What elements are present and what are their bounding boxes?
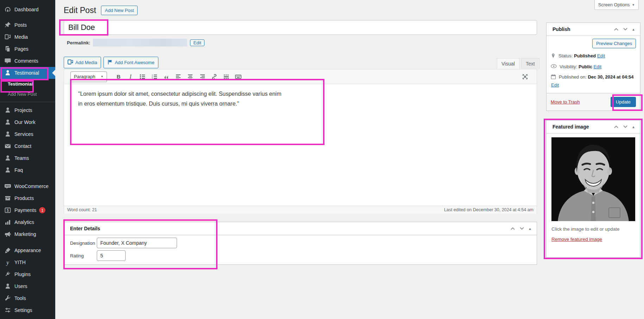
yith-icon: y xyxy=(4,259,11,266)
visibility-edit-link[interactable]: Edit xyxy=(594,64,601,69)
svg-text:WOO: WOO xyxy=(6,185,10,187)
update-button[interactable]: Update xyxy=(611,97,636,107)
sidebar-item-services[interactable]: Services xyxy=(0,128,55,140)
collapse-toggle-icon[interactable]: ▲ xyxy=(528,227,532,231)
sidebar-item-plugins[interactable]: Plugins xyxy=(0,268,55,280)
publish-title: Publish xyxy=(547,23,570,36)
sidebar-item-add-new-post[interactable]: Add New Post xyxy=(0,89,55,99)
published-edit-link[interactable]: Edit xyxy=(551,82,559,88)
post-title-input[interactable] xyxy=(64,20,537,35)
wrench-icon xyxy=(4,295,11,302)
sidebar-item-faq[interactable]: Faq xyxy=(0,164,55,176)
sidebar-item-users[interactable]: Users xyxy=(0,280,55,292)
sidebar-item-products[interactable]: Products xyxy=(0,192,55,204)
media-icon xyxy=(68,59,73,66)
sidebar-item-label: Testimonial xyxy=(8,81,33,87)
svg-text:y: y xyxy=(6,259,9,266)
tab-visual[interactable]: Visual xyxy=(497,58,519,69)
align-right-button[interactable] xyxy=(197,72,208,82)
sidebar-item-payments[interactable]: $Payments1 xyxy=(0,204,55,216)
plug-icon xyxy=(4,271,11,278)
word-count: Word count: 21 xyxy=(67,207,97,212)
collapse-toggle-icon[interactable]: ▲ xyxy=(632,27,635,31)
visibility-label: Visibility: xyxy=(560,64,577,69)
add-media-button[interactable]: Add Media xyxy=(64,57,101,68)
status-value: Published xyxy=(574,53,596,58)
remove-featured-image-link[interactable]: Remove featured image xyxy=(551,237,602,242)
sidebar-item-comments[interactable]: Comments xyxy=(0,55,55,67)
sidebar-item-testimonial[interactable]: Testimonial xyxy=(0,67,55,79)
blockquote-button[interactable]: “ xyxy=(161,72,172,82)
featured-image-caption: Click the image to edit or update xyxy=(551,226,635,232)
link-button[interactable] xyxy=(209,72,220,82)
sidebar-item-dashboard[interactable]: Dashboard xyxy=(0,4,55,15)
preview-changes-button[interactable]: Preview Changes xyxy=(592,39,636,48)
keyboard-shortcuts-button[interactable] xyxy=(233,72,244,82)
bold-button[interactable]: B xyxy=(113,72,124,82)
sidebar-item-teams[interactable]: Teams xyxy=(0,152,55,164)
sidebar-separator xyxy=(0,102,55,102)
tab-text[interactable]: Text xyxy=(521,58,539,69)
align-center-button[interactable] xyxy=(185,72,196,82)
designation-label: Designation xyxy=(70,240,97,246)
sidebar-item-woocommerce[interactable]: WOOWooCommerce xyxy=(0,180,55,192)
move-down-icon[interactable] xyxy=(623,125,628,129)
sidebar-item-settings[interactable]: Settings xyxy=(0,304,55,316)
read-more-button[interactable] xyxy=(221,72,232,82)
paragraph-format-select[interactable]: Paragraph ▼ xyxy=(70,71,107,82)
screen-options-button[interactable]: Screen Options ▼ xyxy=(594,0,639,10)
sidebar-item-label: YITH xyxy=(14,259,26,265)
sliders-icon xyxy=(4,307,11,314)
payments-count-badge: 1 xyxy=(39,207,45,213)
last-edited-text: Last edited on December 30, 2024 at 4:54… xyxy=(444,207,533,212)
sidebar-item-label: Faq xyxy=(14,167,23,173)
move-down-icon[interactable] xyxy=(623,27,628,31)
collapse-toggle-icon[interactable]: ▲ xyxy=(632,125,635,129)
sidebar-item-tools[interactable]: Tools xyxy=(0,292,55,304)
sidebar-item-yith[interactable]: yYITH xyxy=(0,256,55,268)
permalink-edit-button[interactable]: Edit xyxy=(190,39,204,46)
sidebar-item-label: Our Work xyxy=(14,119,36,125)
sidebar-item-label: Add New Post xyxy=(8,92,37,97)
enter-details-metabox: Enter Details ▲ Designation Rating xyxy=(64,222,537,265)
user-icon xyxy=(4,119,11,126)
move-to-trash-link[interactable]: Move to Trash xyxy=(551,99,580,105)
woo-icon: WOO xyxy=(4,183,11,190)
sidebar-item-pages[interactable]: Pages xyxy=(0,43,55,55)
dollar-icon: $ xyxy=(4,207,11,214)
editor-content-area[interactable]: "Lorem ipsum dolor sit amet, consectetur… xyxy=(64,84,537,206)
align-left-button[interactable] xyxy=(173,72,184,82)
svg-text:3: 3 xyxy=(152,77,153,80)
status-label: Status: xyxy=(558,53,573,58)
sidebar-item-contact[interactable]: Contact xyxy=(0,140,55,152)
sidebar-item-appearance[interactable]: Appearance xyxy=(0,244,55,256)
sidebar-item-marketing[interactable]: Marketing xyxy=(0,228,55,240)
sidebar-item-label: Comments xyxy=(14,58,38,64)
featured-image-portrait[interactable] xyxy=(551,137,635,221)
move-down-icon[interactable] xyxy=(519,227,525,230)
user-icon xyxy=(4,69,11,76)
italic-button[interactable]: I xyxy=(125,72,136,82)
move-up-icon[interactable] xyxy=(510,227,516,230)
sidebar-item-projects[interactable]: Projects xyxy=(0,104,55,116)
featured-image-panel: Featured image ▲ xyxy=(546,120,640,258)
add-new-post-button[interactable]: Add New Post xyxy=(101,6,138,15)
fullscreen-icon[interactable] xyxy=(520,72,530,82)
rating-input[interactable] xyxy=(97,250,126,261)
add-font-awesome-button[interactable]: Add Font Awesome xyxy=(103,57,158,68)
move-up-icon[interactable] xyxy=(613,125,619,129)
box-icon xyxy=(4,195,11,202)
designation-input[interactable] xyxy=(97,238,177,248)
sidebar-item-analytics[interactable]: Analytics xyxy=(0,216,55,228)
sidebar-menu: DashboardPostsMediaPagesCommentsTestimon… xyxy=(0,0,55,319)
numbered-list-button[interactable]: 123 xyxy=(149,72,160,82)
content-line: in eros elementum tristique. Duis cursus… xyxy=(78,99,537,109)
status-edit-link[interactable]: Edit xyxy=(597,53,605,58)
sidebar-item-testimonial[interactable]: Testimonial xyxy=(0,79,55,89)
move-up-icon[interactable] xyxy=(613,27,619,31)
published-on-label: Published on: xyxy=(559,74,587,80)
sidebar-item-our-work[interactable]: Our Work xyxy=(0,116,55,128)
sidebar-item-posts[interactable]: Posts xyxy=(0,19,55,31)
bullet-list-button[interactable] xyxy=(137,72,148,82)
sidebar-item-media[interactable]: Media xyxy=(0,31,55,43)
